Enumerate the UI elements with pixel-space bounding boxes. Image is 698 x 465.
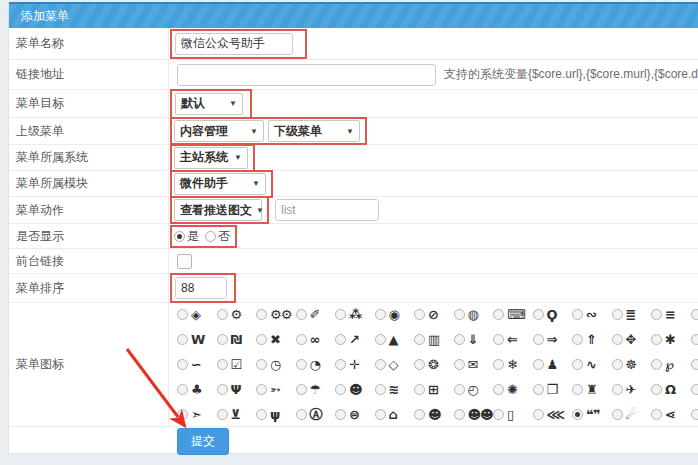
radio-icon[interactable] — [651, 384, 662, 395]
radio-icon[interactable] — [217, 309, 228, 320]
submit-button[interactable]: 提交 — [177, 428, 229, 455]
radio-icon[interactable] — [572, 409, 583, 420]
icon-option-list-ul[interactable]: ≣ — [612, 308, 652, 321]
icon-option-diamond[interactable]: ◇ — [375, 358, 415, 371]
radio-icon[interactable] — [691, 334, 698, 345]
radio-icon[interactable] — [612, 409, 623, 420]
icon-option-note-a[interactable]: Ⓐ — [296, 408, 336, 421]
icon-option-codepen[interactable]: ◈ — [177, 308, 217, 321]
radio-icon[interactable] — [177, 384, 188, 395]
radio-icon[interactable] — [612, 334, 623, 345]
radio-icon[interactable] — [533, 384, 544, 395]
radio-icon[interactable] — [572, 309, 583, 320]
icon-option-cog[interactable]: ⚙ — [217, 308, 257, 321]
icon-option-user-circle-solid[interactable]: ☻ — [414, 408, 454, 421]
radio-icon[interactable] — [296, 359, 307, 370]
icon-option-waves[interactable]: ⋘ — [533, 408, 573, 421]
radio-icon[interactable] — [691, 384, 698, 395]
icon-option-arrow-circle-left[interactable]: ⇐ — [493, 333, 533, 346]
icon-option-snowflake[interactable]: ❄ — [493, 358, 533, 371]
icon-option-paw[interactable]: ⁂ — [335, 308, 375, 321]
radio-icon[interactable] — [454, 359, 465, 370]
icon-option-envelope[interactable]: ✉ — [454, 358, 494, 371]
icon-option-stack-circle[interactable]: ⊜ — [335, 408, 375, 421]
radio-icon[interactable] — [177, 409, 188, 420]
icon-option-partial[interactable] — [691, 309, 698, 320]
icon-option-area-chart[interactable]: ▲ — [375, 333, 415, 346]
icon-option-tablet[interactable]: ▯ — [493, 408, 533, 421]
radio-icon[interactable] — [612, 359, 623, 370]
icon-option-eye[interactable]: ◉ — [375, 308, 415, 321]
icon-option-university[interactable]: ♜ — [572, 383, 612, 396]
sub-menu-select[interactable]: 下级菜单 ▼ — [268, 120, 360, 142]
radio-icon[interactable] — [217, 359, 228, 370]
icon-option-chain[interactable]: ∽ — [177, 358, 217, 371]
radio-icon[interactable] — [454, 334, 465, 345]
icon-option-pocket[interactable]: ⊻ — [217, 408, 257, 421]
radio-icon[interactable] — [177, 359, 188, 370]
icon-option-clock[interactable]: ◷ — [256, 358, 296, 371]
icon-option-home[interactable]: ⌂ — [375, 408, 415, 421]
icon-option-w-signature[interactable]: W — [177, 333, 217, 346]
radio-icon[interactable] — [493, 309, 504, 320]
icon-option-laptop[interactable]: ⌨ — [493, 308, 533, 321]
icon-option-cogs[interactable]: ⚙⚙ — [256, 308, 296, 321]
icon-option-fighter-jet[interactable]: ✈ — [612, 383, 652, 396]
radio-icon[interactable] — [375, 359, 386, 370]
radio-icon[interactable] — [533, 334, 544, 345]
radio-icon[interactable] — [177, 309, 188, 320]
icon-option-partial[interactable] — [691, 359, 698, 370]
radio-icon[interactable] — [691, 359, 698, 370]
icon-option-weibo[interactable]: ☄ — [612, 408, 652, 421]
menu-name-input[interactable] — [175, 33, 293, 55]
radio-icon[interactable] — [572, 359, 583, 370]
icon-option-infinity[interactable]: ∞ — [296, 333, 336, 346]
icon-option-squiggle[interactable]: ∿ — [572, 358, 612, 371]
radio-icon[interactable] — [335, 334, 346, 345]
radio-icon[interactable] — [335, 384, 346, 395]
icon-option-check-square[interactable]: ☑ — [217, 358, 257, 371]
radio-icon[interactable] — [256, 359, 267, 370]
icon-option-partial[interactable] — [691, 384, 698, 395]
radio-icon[interactable] — [256, 309, 267, 320]
icon-option-tree[interactable]: ♣ — [177, 383, 217, 396]
icon-option-twitter[interactable]: ➳ — [256, 383, 296, 396]
icon-option-life-ring[interactable]: ☸ — [612, 358, 652, 371]
radio-icon[interactable] — [335, 409, 346, 420]
radio-icon[interactable] — [414, 384, 425, 395]
icon-option-wechat[interactable]: ❝❞ — [572, 408, 612, 421]
radio-icon[interactable] — [414, 309, 425, 320]
icon-option-x-burst[interactable]: ✖ — [256, 333, 296, 346]
radio-icon[interactable] — [493, 334, 504, 345]
visible-no-radio[interactable]: 否 — [205, 228, 230, 245]
radio-icon[interactable] — [375, 309, 386, 320]
radio-icon[interactable] — [217, 384, 228, 395]
icon-option-link[interactable]: ∾ — [572, 308, 612, 321]
menu-action-input[interactable] — [275, 199, 379, 221]
radio-icon[interactable] — [612, 384, 623, 395]
icon-option-lightbulb[interactable]: Ϙ — [533, 308, 573, 321]
icon-option-arrows-alt[interactable]: ✥ — [612, 333, 652, 346]
radio-icon[interactable] — [572, 334, 583, 345]
icon-option-arrow-circle-down[interactable]: ⇓ — [454, 333, 494, 346]
icon-option-user-circle[interactable]: ☻ — [335, 383, 375, 396]
menu-module-select[interactable]: 微件助手 ▼ — [174, 173, 266, 195]
radio-icon[interactable] — [335, 359, 346, 370]
icon-option-eye-slash[interactable]: ⊘ — [414, 308, 454, 321]
radio-icon[interactable] — [612, 309, 623, 320]
radio-icon[interactable] — [177, 334, 188, 345]
icon-option-share-alt[interactable]: ⋖ — [651, 408, 691, 421]
radio-icon[interactable] — [217, 409, 228, 420]
icon-option-pin-p[interactable]: ℘ — [651, 358, 691, 371]
icon-option-globe[interactable]: ◍ — [454, 308, 494, 321]
link-url-input[interactable] — [177, 64, 436, 86]
radio-icon[interactable] — [572, 384, 583, 395]
icon-option-arrow-circle-right[interactable]: ⇒ — [533, 333, 573, 346]
radio-icon[interactable] — [651, 409, 662, 420]
radio-icon[interactable] — [651, 359, 662, 370]
radio-icon[interactable] — [691, 409, 698, 420]
radio-icon[interactable] — [375, 409, 386, 420]
icon-option-pie-chart[interactable]: ◔ — [296, 358, 336, 371]
radio-icon[interactable] — [296, 334, 307, 345]
icon-option-dribbble[interactable]: ❂ — [414, 358, 454, 371]
